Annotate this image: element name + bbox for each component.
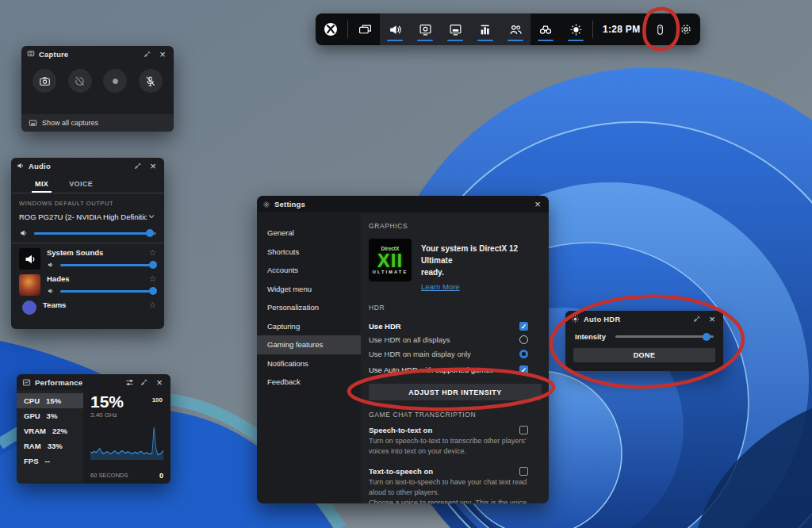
pin-icon[interactable] (132, 160, 144, 171)
start-recording-button[interactable] (103, 69, 127, 93)
learn-more-link[interactable]: Learn More (421, 281, 460, 293)
volume-icon (19, 228, 29, 238)
show-all-captures-label: Show all captures (42, 119, 98, 127)
mixer-app-name: Teams (43, 300, 149, 309)
sidebar-item-widget-menu[interactable]: Widget menu (257, 280, 361, 299)
widget-menu-icon (358, 23, 372, 36)
stat-cpu[interactable]: CPU15% (17, 393, 83, 408)
performance-stat-list: CPU15% GPU3% VRAM22% RAM33% FPS-- (17, 390, 83, 484)
gallery-widget-button[interactable] (440, 13, 470, 45)
stat-vram[interactable]: VRAM22% (17, 423, 83, 438)
toolbar-divider (347, 21, 348, 38)
settings-gear-icon (680, 23, 692, 36)
text-to-speech-checkbox[interactable] (519, 467, 528, 476)
clock: 1:28 PM (595, 24, 648, 35)
screenshot-button[interactable] (33, 69, 56, 93)
tab-voice[interactable]: VOICE (69, 175, 93, 193)
pin-icon[interactable] (142, 48, 153, 59)
gallery-icon (29, 119, 37, 128)
audio-widget-button[interactable] (380, 13, 410, 45)
directx-status-line2: ready. (421, 266, 542, 278)
hdr-intensity-slider[interactable] (615, 335, 714, 338)
hades-game-icon (19, 274, 40, 296)
hades-volume-slider[interactable] (60, 290, 156, 293)
mixer-row-hades: Hades ☆ (11, 270, 164, 296)
sidebar-item-capturing[interactable]: Capturing (257, 317, 361, 336)
system-sounds-icon (19, 248, 40, 270)
auto-hdr-button[interactable] (561, 13, 591, 45)
text-to-speech-setting: Text-to-speech on Turn on text-to-speech… (369, 467, 528, 503)
chevron-down-icon (147, 212, 156, 221)
done-button[interactable]: DONE (573, 348, 715, 362)
toolbar-divider (592, 21, 593, 38)
mixer-row-teams: Teams ☆ (11, 296, 164, 315)
volume-icon (47, 287, 55, 295)
start-recording-icon (109, 75, 121, 87)
output-device-name: ROG PG27U (2- NVIDIA High Definition A..… (19, 212, 147, 221)
auto-hdr-widget: Auto HDR × Intensity DONE (565, 311, 723, 371)
settings-button[interactable] (672, 13, 700, 45)
gallery-icon (449, 23, 462, 36)
sidebar-item-general[interactable]: General (257, 224, 361, 243)
mic-off-icon (144, 75, 156, 87)
close-icon[interactable]: × (157, 48, 168, 59)
stat-ram[interactable]: RAM33% (17, 438, 83, 453)
output-device-dropdown[interactable]: ROG PG27U (2- NVIDIA High Definition A..… (19, 212, 156, 221)
pin-icon[interactable] (691, 313, 703, 324)
hdr-all-displays-radio[interactable] (519, 335, 528, 344)
stat-fps[interactable]: FPS-- (17, 453, 83, 469)
sidebar-item-gaming-features[interactable]: Gaming features (257, 335, 361, 354)
sidebar-item-accounts[interactable]: Accounts (257, 261, 361, 280)
chart-y-min: 0 (159, 472, 163, 480)
use-hdr-checkbox[interactable] (519, 322, 528, 331)
sidebar-item-personalization[interactable]: Personalization (257, 298, 361, 317)
social-widget-button[interactable] (500, 13, 530, 45)
sidebar-item-shortcuts[interactable]: Shortcuts (257, 243, 361, 262)
system-sounds-volume-slider[interactable] (60, 264, 156, 266)
settings-sidebar: General Shortcuts Accounts Widget menu P… (257, 212, 361, 503)
close-icon[interactable]: × (154, 377, 165, 388)
master-volume-slider[interactable] (34, 232, 156, 235)
widget-menu-button[interactable] (350, 13, 380, 45)
mouse-mode-button[interactable] (648, 13, 672, 45)
adjust-hdr-intensity-button[interactable]: ADJUST HDR INTENSITY (369, 384, 542, 400)
speech-to-text-setting: Speech-to-text on Turn on speech-to-text… (369, 426, 528, 457)
record-last-moments-icon (74, 75, 86, 87)
show-all-captures-button[interactable]: Show all captures (21, 114, 174, 132)
xbox-home-button[interactable] (316, 13, 346, 45)
looking-for-group-button[interactable] (530, 13, 561, 45)
auto-hdr-checkbox[interactable] (519, 365, 528, 374)
option-use-hdr: Use HDR (369, 319, 528, 333)
tab-mix[interactable]: MIX (35, 175, 48, 193)
star-icon[interactable]: ☆ (149, 274, 156, 283)
screenshot-camera-icon (39, 75, 51, 87)
stat-gpu[interactable]: GPU3% (17, 408, 83, 423)
game-bar-toolbar: 1:28 PM (316, 13, 700, 45)
speech-to-text-checkbox[interactable] (519, 426, 528, 434)
hdr-main-display-radio[interactable] (519, 350, 528, 358)
pin-icon[interactable] (139, 377, 150, 388)
star-icon[interactable]: ☆ (149, 300, 156, 309)
audio-widget-icon (17, 162, 25, 170)
performance-widget-button[interactable] (470, 13, 500, 45)
capture-widget-button[interactable] (410, 13, 440, 45)
mixer-app-name: Hades (47, 274, 149, 283)
capture-widget: Capture × (21, 46, 174, 132)
chart-x-label: 60 SECONDS (90, 472, 128, 480)
capture-widget-icon (27, 50, 35, 58)
close-icon[interactable]: × (147, 160, 159, 171)
record-last-moments-button[interactable] (68, 69, 92, 93)
close-icon[interactable]: × (707, 313, 718, 324)
mic-toggle-button[interactable] (139, 69, 163, 93)
volume-icon (47, 261, 55, 269)
capture-icon (419, 23, 432, 36)
sun-icon (571, 315, 580, 323)
close-icon[interactable]: × (532, 199, 543, 210)
performance-widget: Performance × CPU15% GPU3% VRAM22% RAM33… (17, 374, 170, 484)
directx-12-ultimate-badge: DirectX XII ULTIMATE (369, 239, 412, 281)
sidebar-item-notifications[interactable]: Notifications (257, 354, 361, 373)
performance-options-icon[interactable] (124, 377, 135, 388)
star-icon[interactable]: ☆ (149, 248, 156, 257)
sidebar-item-feedback[interactable]: Feedback (257, 373, 361, 392)
text-to-speech-description: Turn on text-to-speech to have your chat… (369, 477, 528, 498)
